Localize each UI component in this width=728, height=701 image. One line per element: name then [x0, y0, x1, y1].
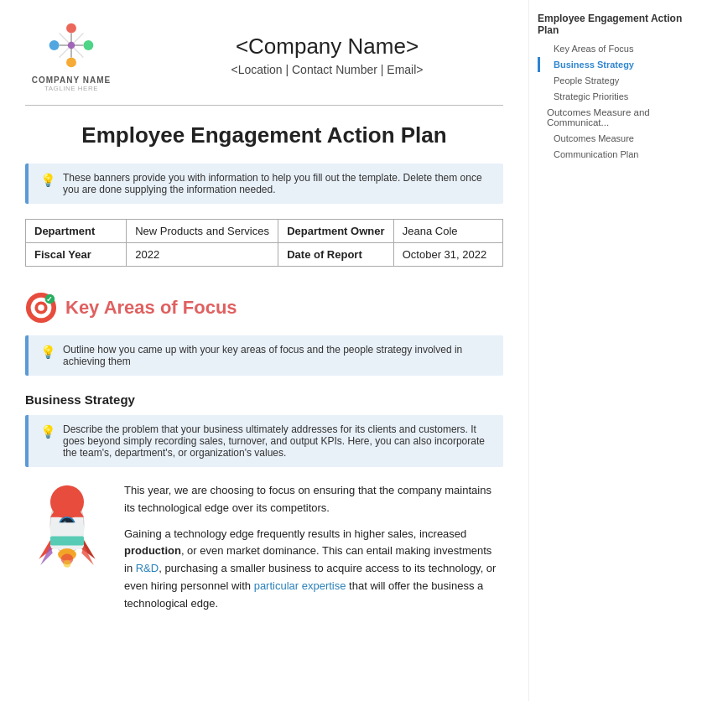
bs-para1: This year, we are choosing to focus on e…	[124, 482, 503, 517]
highlight-rd: R&D	[136, 562, 159, 574]
sidebar-item-key-areas[interactable]: Key Areas of Focus	[538, 41, 688, 56]
info-banner-3: 💡 Describe the problem that your busines…	[25, 415, 503, 467]
sidebar-item-business-strategy[interactable]: Business Strategy	[538, 57, 688, 72]
bulb-icon: 💡	[40, 173, 56, 188]
svg-rect-23	[50, 537, 84, 546]
page-title: Employee Engagement Action Plan	[25, 122, 503, 148]
sidebar-item-outcomes-measure[interactable]: Outcomes Measure	[538, 131, 688, 146]
sidebar: Employee Engagement Action Plan Key Area…	[528, 0, 696, 701]
logo-tagline: TAGLINE HERE	[44, 85, 98, 92]
business-strategy-heading: Business Strategy	[25, 392, 503, 407]
sidebar-item-strategic-priorities[interactable]: Strategic Priorities	[538, 89, 688, 104]
contact-line: <Location | Contact Number | Email>	[151, 63, 503, 76]
date-label: Date of Report	[278, 243, 394, 267]
svg-point-0	[66, 23, 76, 34]
dept-value: New Products and Services	[127, 220, 278, 243]
date-value: October 31, 2022	[393, 243, 502, 267]
bulb-icon-3: 💡	[40, 424, 56, 439]
highlight-production: production	[124, 544, 181, 557]
rocket-icon-wrap	[25, 482, 109, 583]
business-strategy-text: This year, we are choosing to focus on e…	[124, 482, 503, 613]
sidebar-item-people-strategy[interactable]: People Strategy	[538, 73, 688, 88]
table-row: Department New Products and Services Dep…	[26, 220, 503, 243]
svg-point-26	[63, 560, 70, 568]
bs-para2: Gaining a technology edge frequently res…	[124, 526, 503, 613]
rocket-icon	[25, 482, 109, 583]
fiscal-label: Fiscal Year	[26, 243, 127, 267]
header: COMPANY NAME TAGLINE HERE <Company Name>…	[25, 17, 503, 106]
info-banner-2: 💡 Outline how you came up with your key …	[25, 335, 503, 376]
main-content: COMPANY NAME TAGLINE HERE <Company Name>…	[0, 0, 528, 701]
logo-company-name: COMPANY NAME	[32, 75, 111, 85]
sidebar-title: Employee Engagement Action Plan	[538, 13, 688, 36]
key-areas-heading-text: Key Areas of Focus	[65, 297, 237, 319]
svg-point-12	[38, 304, 44, 311]
svg-point-3	[66, 57, 76, 67]
highlight-personnel: particular expertise	[254, 579, 346, 592]
sidebar-item-communication-plan[interactable]: Communication Plan	[538, 147, 688, 162]
target-icon: ✓	[25, 292, 57, 324]
fiscal-value: 2022	[127, 243, 278, 267]
logo-area: COMPANY NAME TAGLINE HERE	[25, 17, 117, 92]
info-banner-1-text: These banners provide you with informati…	[63, 172, 491, 195]
info-banner-2-text: Outline how you came up with your key ar…	[63, 344, 491, 367]
owner-label: Department Owner	[278, 220, 394, 243]
business-strategy-content: This year, we are choosing to focus on e…	[25, 482, 503, 613]
svg-text:✓: ✓	[46, 295, 53, 304]
svg-point-2	[83, 40, 93, 50]
table-row: Fiscal Year 2022 Date of Report October …	[26, 243, 503, 267]
info-table: Department New Products and Services Dep…	[25, 219, 503, 267]
owner-value: Jeana Cole	[393, 220, 502, 243]
info-banner-1: 💡 These banners provide you with informa…	[25, 164, 503, 204]
key-areas-heading: ✓ Key Areas of Focus	[25, 292, 503, 324]
company-name-title: <Company Name>	[151, 34, 503, 60]
bulb-icon-2: 💡	[40, 345, 56, 360]
sidebar-item-outcomes-measure-comm[interactable]: Outcomes Measure and Communicat...	[538, 105, 688, 130]
info-banner-3-text: Describe the problem that your business …	[63, 423, 491, 459]
svg-point-1	[49, 40, 60, 50]
header-text: <Company Name> <Location | Contact Numbe…	[151, 34, 503, 76]
svg-point-8	[68, 42, 75, 49]
dept-label: Department	[26, 220, 127, 243]
logo-icon	[43, 17, 100, 74]
